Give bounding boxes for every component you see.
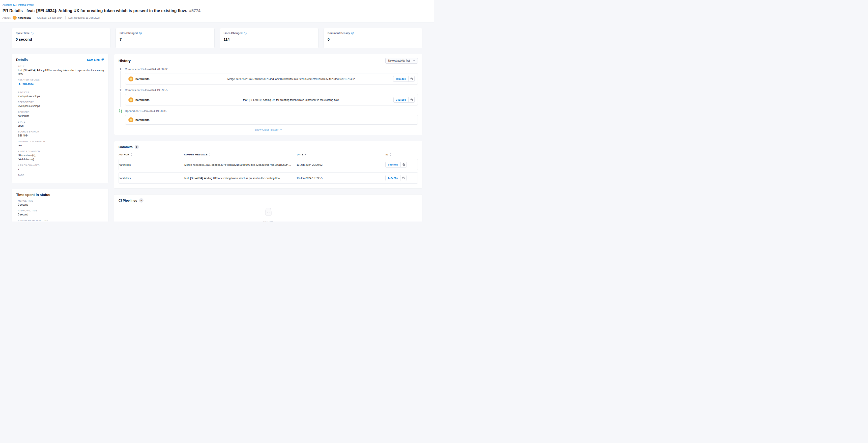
no-data-label: No Data <box>263 220 273 222</box>
page-title-text: PR Details - feat: [SEI-4934]: Adding UX… <box>2 8 187 13</box>
commits-count-badge: 2 <box>135 145 139 149</box>
commit-row-id: d86c4de <box>385 162 417 168</box>
account-breadcrumb-link[interactable]: Account: SEI-Internal-Prod2 <box>2 3 34 6</box>
show-older-history-link[interactable]: Show Older History <box>254 128 282 131</box>
scm-link-label: SCM Link <box>87 58 100 61</box>
time-field-review-response-time: REVIEW RESPONSE TIME 5.7 hours <box>18 219 104 222</box>
detail-field-project: PROJECT levelops/ui-levelops <box>18 91 104 98</box>
timeline-event: Opened on 13-Jan-2024 19:58:35 <box>119 109 418 113</box>
timeline-event: Commits on 13-Jan-2024 20:00:02 <box>119 67 418 71</box>
commit-author-name: harshilbits <box>135 98 150 101</box>
metric-value: 7 <box>120 37 210 41</box>
commit-author-name: harshilbits <box>135 78 150 81</box>
metric-card-cycle-time: Cycle Time 0 second <box>11 28 111 48</box>
author-label: Author: <box>2 16 11 19</box>
commit-row-author: harshilbits <box>119 177 184 180</box>
related-issue-link[interactable]: SEI-4934 <box>18 83 34 86</box>
author-row: Author: H harshilbits Created: 13 Jan 20… <box>2 16 432 20</box>
detail-field-files-changed: # FILES CHANGED 7 <box>18 164 104 171</box>
commit-hash-button[interactable]: d86c4de <box>393 76 408 82</box>
no-data-inbox-icon <box>263 206 274 217</box>
ci-pipelines-heading: CI Pipelines <box>119 199 137 202</box>
commits-heading: Commits <box>119 145 133 149</box>
detail-field-related-issues: RELATED ISSUE(S) SEI-4934 <box>18 79 104 87</box>
column-header-author[interactable]: AUTHOR <box>119 153 184 156</box>
commit-message: Merge 7e2e28ce17a27a888e530754dd6ad21609… <box>189 78 393 81</box>
info-icon[interactable] <box>351 32 354 35</box>
copy-icon[interactable] <box>400 175 406 181</box>
details-heading: Details <box>16 58 28 62</box>
history-opened-card: H harshilbits <box>125 115 418 125</box>
main-content: Cycle Time 0 second Files Changed 7 Line… <box>0 23 434 222</box>
ci-pipelines-count-badge: 0 <box>139 198 144 203</box>
metric-label: Comment Density <box>328 32 350 35</box>
metric-label: Cycle Time <box>16 32 30 35</box>
ci-empty-state: No Data <box>119 203 418 222</box>
metric-value: 0 second <box>16 37 106 41</box>
metric-value: 114 <box>224 37 314 41</box>
commit-hash-button[interactable]: d86c4de <box>385 162 401 168</box>
history-sort-dropdown[interactable]: Newest activity first <box>385 58 418 64</box>
commit-hash-button[interactable]: 7e2e28c <box>385 175 400 181</box>
timeline-event: Commits on 13-Jan-2024 19:59:55 <box>119 88 418 92</box>
sort-icon <box>209 153 211 156</box>
commit-row-message: feat: [SEI-4934]: Adding UX for creating… <box>184 177 297 180</box>
detail-field-state: STATE open <box>18 121 104 128</box>
author-avatar: H <box>12 16 17 20</box>
commit-row-id: 7e2e28c <box>385 175 417 181</box>
info-icon[interactable] <box>244 32 247 35</box>
time-in-status-heading: Time spent in status <box>16 193 104 197</box>
metric-card-lines-changed: Lines Changed 114 <box>220 28 318 48</box>
link-icon <box>101 58 104 61</box>
sort-icon <box>130 153 132 156</box>
scm-link[interactable]: SCM Link <box>87 58 104 61</box>
history-commit-card: H harshilbits feat: [SEI-4934]: Adding U… <box>125 94 418 106</box>
copy-icon[interactable] <box>408 76 414 82</box>
time-field-approval-time: APPROVAL TIME 0 second <box>18 209 104 216</box>
divider <box>34 16 34 20</box>
details-card: Details SCM Link TITLE feat: [SEI-4934]:… <box>11 54 108 183</box>
commits-table-header: AUTHOR COMMIT MESSAGE DATE ID <box>119 153 418 156</box>
metric-card-comment-density: Comment Density 0 <box>323 28 423 48</box>
commit-row-author: harshilbits <box>119 163 184 166</box>
chevron-down-icon <box>280 129 282 130</box>
copy-icon[interactable] <box>408 97 414 103</box>
detail-field-repository: REPOSITORY levelops/ui-levelops <box>18 101 104 108</box>
chevron-down-icon <box>413 60 415 62</box>
show-older-row: Show Older History <box>119 128 418 131</box>
detail-field-title: TITLE feat: [SEI-4934]: Adding UX for cr… <box>18 65 104 76</box>
detail-field-tags: TAGS <box>18 174 104 176</box>
page-title: PR Details - feat: [SEI-4934]: Adding UX… <box>2 8 432 13</box>
history-timeline: Commits on 13-Jan-2024 20:00:02 H harshi… <box>119 67 418 131</box>
commits-card: Commits 2 AUTHOR COMMIT MESSAGE DATE <box>114 141 423 189</box>
history-commit-card: H harshilbits Merge 7e2e28ce17a27a888e53… <box>125 73 418 85</box>
commit-icon <box>119 67 122 71</box>
info-icon[interactable] <box>139 32 142 35</box>
info-icon[interactable] <box>31 32 34 35</box>
metric-cards-row: Cycle Time 0 second Files Changed 7 Line… <box>11 28 423 48</box>
copy-icon[interactable] <box>401 162 407 168</box>
ci-pipelines-card: CI Pipelines 0 No Data <box>114 194 423 222</box>
page-header: Account: SEI-Internal-Prod2 PR Details -… <box>0 0 434 23</box>
commit-row-date: 13-Jan-2024 19:59:55 <box>297 177 385 180</box>
pr-number: #5774 <box>189 8 200 13</box>
commit-row-message: Merge 7e2e28ce17a27a888e530754dd6ad21609… <box>184 163 297 166</box>
metric-label: Files Changed <box>120 32 138 35</box>
avatar: H <box>128 97 133 102</box>
detail-field-destination-branch: DESTINATION BRANCH dev <box>18 140 104 147</box>
last-updated-date: Last Updated: 13 Jan 2024 <box>68 16 100 19</box>
metric-value: 0 <box>328 37 418 41</box>
column-header-date[interactable]: DATE <box>297 153 385 156</box>
column-header-id[interactable]: ID <box>385 153 418 156</box>
commit-hash-button[interactable]: 7e2e28c <box>394 97 408 103</box>
event-label: Commits on 13-Jan-2024 19:59:55 <box>125 89 167 92</box>
created-date: Created: 13 Jan 2024 <box>37 16 63 19</box>
metric-card-files-changed: Files Changed 7 <box>116 28 214 48</box>
issue-diamond-icon <box>18 83 21 86</box>
commit-table-row: harshilbits feat: [SEI-4934]: Adding UX … <box>119 172 418 184</box>
sort-desc-icon <box>305 154 307 155</box>
detail-field-creator: CREATOR harshilbits <box>18 111 104 118</box>
commit-icon <box>119 88 122 92</box>
metric-label: Lines Changed <box>224 32 243 35</box>
column-header-commit-message[interactable]: COMMIT MESSAGE <box>184 153 297 156</box>
